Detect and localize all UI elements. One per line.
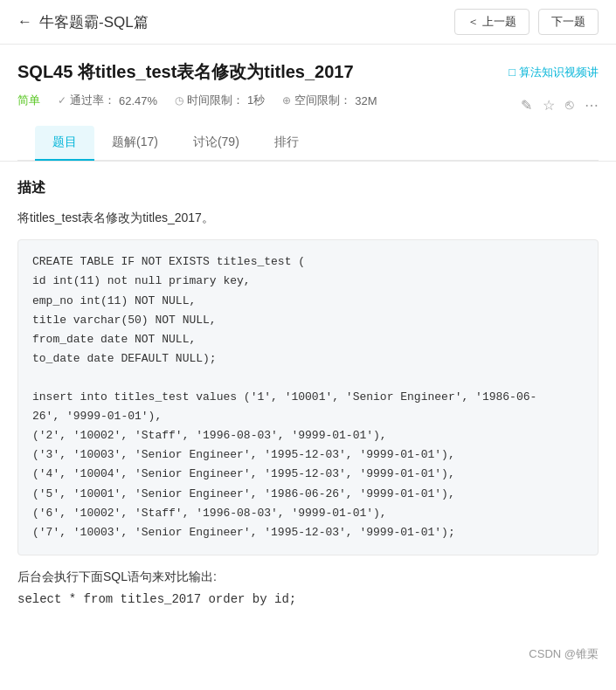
difficulty-tag: 简单 bbox=[17, 93, 40, 108]
clock-icon: ◷ bbox=[175, 94, 183, 107]
problem-actions: ✎ ☆ ⎋ ⋯ bbox=[521, 97, 599, 114]
problem-meta: 简单 ✓ 通过率： 62.47% ◷ 时间限制： 1秒 ⊕ 空间限制： 32M bbox=[17, 93, 377, 108]
star-icon[interactable]: ☆ bbox=[543, 97, 555, 114]
header-nav: ＜ 上一题 下一题 bbox=[454, 9, 599, 35]
space-limit-label: 空间限制： bbox=[294, 93, 351, 108]
time-limit: ◷ 时间限制： 1秒 bbox=[175, 93, 265, 108]
share-icon[interactable]: ⎋ bbox=[565, 97, 574, 113]
pass-rate-label: 通过率： bbox=[70, 93, 115, 108]
problem-header: SQL45 将titles_test表名修改为titles_2017 □ 算法知… bbox=[0, 45, 616, 162]
description-text: 将titles_test表名修改为titles_2017。 bbox=[17, 208, 599, 227]
algo-video-text: 算法知识视频讲 bbox=[519, 65, 599, 80]
header: ← 牛客题霸-SQL篇 ＜ 上一题 下一题 bbox=[0, 0, 616, 45]
algo-video-link[interactable]: □ 算法知识视频讲 bbox=[509, 65, 599, 80]
description-title: 描述 bbox=[17, 179, 599, 197]
tab-discussion[interactable]: 讨论(79) bbox=[176, 126, 257, 161]
space-limit: ⊕ 空间限制： 32M bbox=[282, 93, 377, 108]
problem-title-row: SQL45 将titles_test表名修改为titles_2017 □ 算法知… bbox=[17, 60, 599, 84]
after-text: 后台会执行下面SQL语句来对比输出: bbox=[17, 569, 599, 585]
content: 描述 将titles_test表名修改为titles_2017。 CREATE … bbox=[0, 162, 616, 638]
edit-icon[interactable]: ✎ bbox=[521, 97, 532, 114]
header-title-area: ← 牛客题霸-SQL篇 bbox=[17, 12, 149, 32]
space-limit-value: 32M bbox=[355, 94, 377, 107]
check-icon: ✓ bbox=[58, 94, 66, 107]
more-icon[interactable]: ⋯ bbox=[585, 97, 599, 114]
pass-rate: ✓ 通过率： 62.47% bbox=[58, 93, 157, 108]
time-limit-label: 时间限制： bbox=[187, 93, 244, 108]
pass-rate-value: 62.47% bbox=[119, 94, 157, 107]
tab-problem[interactable]: 题目 bbox=[35, 126, 94, 161]
next-button[interactable]: 下一题 bbox=[538, 9, 599, 35]
after-query: select * from titles_2017 order by id; bbox=[17, 592, 599, 606]
prev-button[interactable]: ＜ 上一题 bbox=[454, 9, 529, 35]
tab-rank[interactable]: 排行 bbox=[257, 126, 316, 161]
database-icon: ⊕ bbox=[282, 94, 291, 107]
tab-solution[interactable]: 题解(17) bbox=[94, 126, 176, 161]
tabs: 题目 题解(17) 讨论(79) 排行 bbox=[17, 126, 599, 161]
site-title: 牛客题霸-SQL篇 bbox=[39, 12, 149, 32]
back-arrow[interactable]: ← bbox=[17, 13, 32, 31]
watermark: CSDN @锥栗 bbox=[0, 638, 616, 671]
video-icon: □ bbox=[509, 66, 516, 79]
code-block: CREATE TABLE IF NOT EXISTS titles_test (… bbox=[17, 239, 599, 555]
problem-title: SQL45 将titles_test表名修改为titles_2017 bbox=[17, 60, 354, 84]
time-limit-value: 1秒 bbox=[247, 93, 265, 108]
